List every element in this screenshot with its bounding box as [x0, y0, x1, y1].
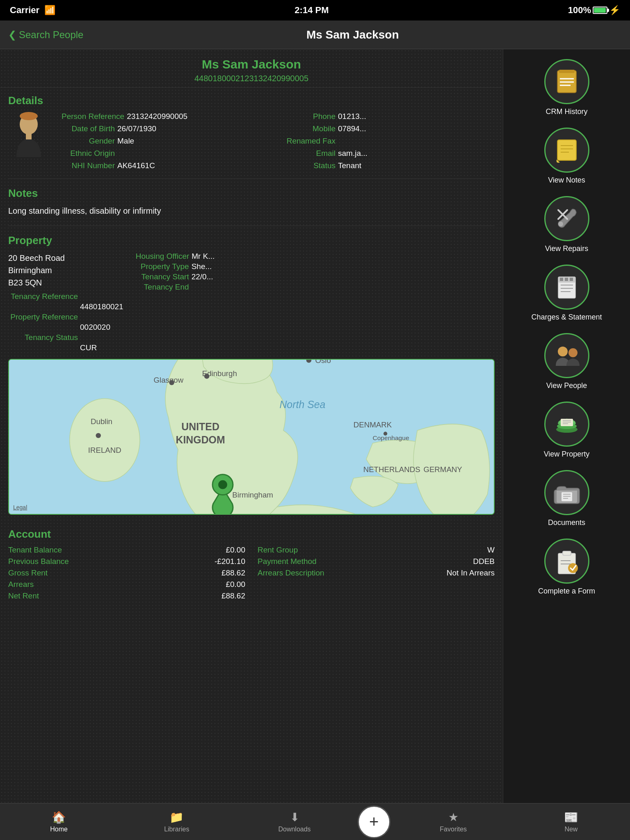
svg-rect-2	[26, 133, 32, 139]
details-fields: Person Reference 23132420990005 Date of …	[62, 112, 495, 170]
battery-percent: 100%	[568, 5, 591, 16]
profile-header: Ms Sam Jackson 4480180002123132420990005	[0, 49, 503, 88]
svg-point-26	[204, 374, 209, 379]
documents-icon-circle	[544, 470, 589, 515]
tenancy-end-label: Tenancy End	[136, 283, 189, 292]
svg-text:IRELAND: IRELAND	[88, 446, 121, 454]
tenancy-status-label: Tenancy Status	[8, 333, 78, 342]
view-property-label: View Property	[544, 450, 590, 459]
account-grid: Tenant Balance £0.00 Previous Balance -£…	[8, 546, 495, 600]
sidebar-item-documents[interactable]: Documents	[503, 464, 630, 533]
profile-id: 4480180002123132420990005	[8, 74, 495, 83]
map-ocean: UNITED KINGDOM IRELAND Dublin Glasgow Ed…	[9, 360, 494, 514]
notes-text: Long standing illness, disability or inf…	[8, 205, 495, 217]
net-rent-label: Net Rent	[8, 591, 39, 600]
documents-label: Documents	[548, 518, 585, 527]
rent-group-label: Rent Group	[258, 546, 298, 555]
previous-balance-value: -£201.10	[215, 557, 245, 566]
tab-downloads[interactable]: ⬇ Downloads	[235, 810, 353, 833]
tenancy-ref-value-row: 4480180021	[8, 302, 123, 311]
tab-libraries[interactable]: 📁 Libraries	[118, 810, 235, 833]
tenancy-ref-value: 4480180021	[8, 302, 123, 311]
svg-text:Copenhague: Copenhague	[373, 434, 409, 441]
time-label: 2:14 PM	[294, 5, 329, 16]
back-label[interactable]: Search People	[19, 29, 83, 41]
svg-point-4	[70, 399, 140, 482]
housing-officer-row: Housing Officer Mr K...	[136, 252, 495, 261]
email-label: Email	[282, 149, 336, 158]
property-ref-row: Property Reference	[8, 313, 123, 322]
tab-new-label: New	[564, 826, 578, 833]
add-icon: +	[369, 813, 379, 831]
sidebar-item-charges-statement[interactable]: Charges & Statement	[503, 259, 630, 327]
address-line1: 20 Beech Road	[8, 252, 123, 264]
add-button[interactable]: +	[358, 806, 390, 838]
tab-home[interactable]: 🏠 Home	[0, 810, 118, 833]
svg-text:DENMARK: DENMARK	[354, 420, 392, 429]
tab-favorites[interactable]: ★ Favorites	[395, 810, 512, 833]
tenancy-start-row: Tenancy Start 22/0...	[136, 272, 495, 281]
sidebar-item-crm-history[interactable]: CRM History	[503, 53, 630, 122]
arrears-desc-label: Arrears Description	[258, 568, 324, 578]
charging-icon: ⚡	[609, 5, 620, 16]
tenant-balance-label: Tenant Balance	[8, 546, 62, 555]
view-people-icon-circle	[544, 333, 589, 378]
svg-text:GERMANY: GERMANY	[423, 465, 462, 474]
status-row: Status Tenant	[282, 161, 495, 170]
svg-point-37	[558, 221, 563, 226]
dob-value: 26/07/1930	[117, 124, 156, 133]
svg-text:KINGDOM: KINGDOM	[176, 434, 225, 445]
view-people-label: View People	[546, 381, 587, 390]
rent-group-value: W	[487, 546, 495, 555]
payment-method-value: DDEB	[473, 557, 495, 566]
sidebar-item-view-repairs[interactable]: View Repairs	[503, 190, 630, 259]
back-button[interactable]: ❮ Search People	[8, 29, 83, 41]
arrears-row: Arrears £0.00	[8, 580, 245, 589]
property-title: Property	[8, 234, 495, 247]
tenant-balance-row: Tenant Balance £0.00	[8, 546, 245, 555]
property-ref-value: 0020020	[8, 323, 110, 332]
view-notes-icon-circle	[544, 128, 589, 173]
divider-2	[8, 226, 495, 226]
wifi-icon: 📶	[44, 5, 55, 16]
property-address: 20 Beech Road Birmingham B23 5QN	[8, 252, 123, 289]
property-type-label: Property Type	[136, 262, 189, 271]
content-panel: Ms Sam Jackson 4480180002123132420990005…	[0, 49, 503, 803]
tab-home-label: Home	[50, 826, 68, 833]
account-section: Account Tenant Balance £0.00 Previous Ba…	[0, 521, 503, 607]
account-title: Account	[8, 528, 495, 541]
tenancy-status-row: Tenancy Status	[8, 333, 123, 342]
sidebar-item-view-property[interactable]: View Property	[503, 396, 630, 464]
nhi-row: NHI Number AK64161C	[62, 161, 274, 170]
sidebar: CRM History View Notes	[503, 49, 630, 803]
email-row: Email sam.ja...	[282, 149, 495, 158]
svg-point-1	[20, 112, 38, 120]
svg-rect-57	[562, 492, 572, 501]
tab-new[interactable]: 📰 New	[512, 810, 630, 833]
arrears-desc-value: Not In Arrears	[447, 568, 495, 578]
status-bar: Carrier 📶 2:14 PM 100% ⚡	[0, 0, 630, 21]
notes-section: Notes Long standing illness, disability …	[0, 180, 503, 224]
battery-icon	[593, 7, 607, 14]
net-rent-value: £88.62	[221, 591, 245, 600]
favorites-icon: ★	[448, 810, 459, 824]
details-title: Details	[8, 94, 495, 107]
divider-1	[8, 178, 495, 179]
svg-point-19	[218, 480, 227, 489]
address-line3: B23 5QN	[8, 276, 123, 289]
avatar-area	[8, 112, 53, 170]
property-grid: 20 Beech Road Birmingham B23 5QN Tenancy…	[8, 252, 495, 352]
svg-point-27	[96, 433, 101, 438]
sidebar-item-view-notes[interactable]: View Notes	[503, 122, 630, 190]
payment-method-row: Payment Method DDEB	[258, 557, 495, 566]
map-legal-link[interactable]: Legal	[13, 504, 27, 511]
sidebar-item-complete-form[interactable]: Complete a Form	[503, 533, 630, 601]
phone-label: Phone	[282, 112, 336, 121]
page-title: Ms Sam Jackson	[83, 28, 622, 41]
tenancy-start-value: 22/0...	[192, 272, 213, 281]
payment-method-label: Payment Method	[258, 557, 317, 566]
housing-officer-label: Housing Officer	[136, 252, 189, 261]
sidebar-item-view-people[interactable]: View People	[503, 327, 630, 396]
charges-statement-label: Charges & Statement	[531, 313, 602, 322]
tab-favorites-label: Favorites	[440, 826, 467, 833]
